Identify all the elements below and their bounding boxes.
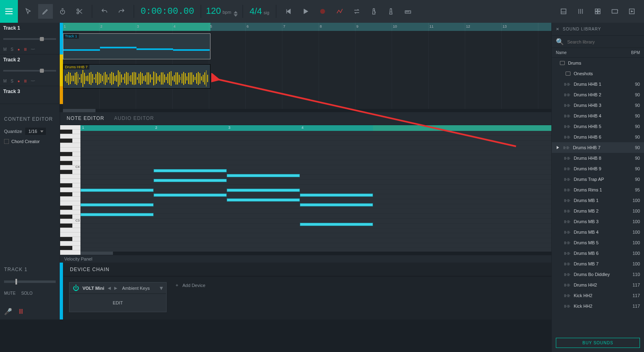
library-item[interactable]: ⊪⊪Drums MB 5100 (552, 237, 644, 248)
midi-channel-icon[interactable]: Ⅲ (24, 47, 27, 52)
midi-note[interactable] (154, 179, 227, 182)
pencil-tool[interactable] (38, 4, 53, 19)
preset-next-icon[interactable]: ▶ (114, 286, 117, 290)
countdown-button[interactable] (384, 4, 398, 19)
pan-slider[interactable] (4, 280, 56, 283)
library-list[interactable]: Drums Oneshots ⊪⊪Drums HHB 190⊪⊪Drums HH… (552, 58, 644, 334)
menu-button[interactable] (0, 0, 18, 23)
midi-note[interactable] (154, 193, 227, 197)
skip-start-button[interactable] (281, 4, 296, 19)
tab-note-editor[interactable]: NOTE EDITOR (67, 115, 104, 121)
midi-note[interactable] (227, 189, 300, 192)
scissors-tool[interactable] (72, 4, 87, 19)
solo-button[interactable]: S (11, 47, 13, 52)
piano-keyboard[interactable]: C4C3 (60, 125, 80, 255)
chevron-down-icon[interactable]: ▾ (160, 284, 163, 292)
library-item[interactable]: ⊪⊪Drums HHB 790 (552, 142, 644, 153)
midi-note[interactable] (80, 213, 154, 216)
device-edit-button[interactable]: EDIT (69, 294, 166, 312)
record-button[interactable] (315, 4, 330, 19)
record-arm-icon[interactable]: 🎤 (4, 308, 12, 315)
library-item[interactable]: ⊪⊪Drums Trap AP90 (552, 174, 644, 185)
power-icon[interactable]: ⏻ (73, 285, 79, 292)
library-item[interactable]: ⊪⊪Drums HHB 290 (552, 89, 644, 100)
pointer-tool[interactable] (21, 4, 36, 19)
automation-icon[interactable] (332, 4, 347, 19)
automation-icon[interactable]: 〰 (31, 47, 35, 52)
library-item[interactable]: ⊪⊪Drums MB 3100 (552, 216, 644, 227)
arm-record-icon[interactable]: ● (17, 79, 20, 83)
midi-channel-icon[interactable]: Ⅲ (24, 79, 27, 83)
midi-note[interactable] (80, 189, 154, 192)
column-name[interactable]: Name (556, 50, 567, 55)
library-item[interactable]: ⊪⊪Drums HHB 390 (552, 100, 644, 111)
close-library-icon[interactable]: ✕ (556, 27, 559, 31)
library-item[interactable]: ⊪⊪Kick HH2117 (552, 290, 644, 301)
library-item[interactable]: ⊪⊪Drums HHB 590 (552, 121, 644, 132)
midi-clip[interactable]: Track 1 (63, 33, 210, 59)
grid-icon[interactable] (590, 4, 605, 19)
undo-button[interactable] (97, 4, 112, 19)
mixer-icon[interactable] (573, 4, 588, 19)
tab-audio-editor[interactable]: AUDIO EDITOR (114, 115, 154, 121)
library-item[interactable]: ⊪⊪Drums Bo Diddley110 (552, 269, 644, 280)
library-item[interactable]: ⊪⊪Drums HH2117 (552, 280, 644, 290)
stopwatch-tool[interactable] (55, 4, 70, 19)
library-search-input[interactable] (567, 39, 640, 44)
mute-button[interactable]: MUTE (4, 291, 15, 296)
midi-keyboard-button[interactable] (401, 4, 415, 19)
midi-note[interactable] (227, 174, 300, 177)
midi-note[interactable] (80, 203, 154, 206)
automation-icon[interactable]: 〰 (31, 79, 35, 83)
track-header-2[interactable]: Track 2 M S ● Ⅲ 〰 (0, 54, 59, 86)
add-device-button[interactable]: ＋ Add Device (175, 282, 205, 288)
mute-button[interactable]: M (3, 79, 7, 83)
midi-note[interactable] (227, 198, 300, 202)
bpm-spinner[interactable] (234, 11, 238, 17)
play-button[interactable] (298, 4, 313, 19)
track-volume-slider[interactable] (3, 38, 56, 40)
arm-record-icon[interactable]: ● (17, 47, 20, 52)
library-item[interactable]: ⊪⊪Kick HH2117 (552, 301, 644, 311)
view-layout-icon[interactable] (556, 4, 571, 19)
preset-prev-icon[interactable]: ◀ (108, 286, 111, 290)
library-item[interactable]: ⊪⊪Drums MB 6100 (552, 248, 644, 259)
library-item[interactable]: ⊪⊪Drums Rims 195 (552, 185, 644, 195)
buy-sounds-button[interactable]: BUY SOUNDS (556, 338, 640, 348)
redo-button[interactable] (114, 4, 129, 19)
library-item[interactable]: ⊪⊪Drums HHB 690 (552, 132, 644, 142)
library-item[interactable]: ⊪⊪Drums HHB 490 (552, 111, 644, 121)
library-item[interactable]: ⊪⊪Drums HHB 190 (552, 79, 644, 89)
midi-note[interactable] (300, 223, 373, 226)
mute-button[interactable]: M (3, 47, 7, 52)
solo-button[interactable]: S (11, 79, 13, 83)
audio-clip[interactable]: Drums HHB 7 (63, 64, 210, 89)
chord-creator-checkbox[interactable] (4, 139, 9, 144)
time-display[interactable]: 0:00:00.00 (136, 7, 199, 17)
library-item[interactable]: ⊪⊪Drums MB 1100 (552, 195, 644, 206)
track-header-1[interactable]: Track 1 M S ● Ⅲ 〰 (0, 23, 59, 54)
bpm-display[interactable]: 120 bpm (203, 6, 241, 17)
track-volume-slider[interactable] (3, 70, 56, 72)
metronome-button[interactable] (366, 4, 381, 19)
library-item[interactable]: ⊪⊪Drums MB 7100 (552, 259, 644, 269)
midi-note[interactable] (300, 203, 373, 206)
library-item[interactable]: ⊪⊪Drums HHB 890 (552, 153, 644, 163)
timesig-display[interactable]: 4/4 sig (245, 6, 274, 17)
library-folder[interactable]: Drums (552, 58, 644, 68)
library-item[interactable]: ⊪⊪Drums HHB 990 (552, 163, 644, 174)
library-folder[interactable]: Oneshots (552, 68, 644, 79)
library-toggle-icon[interactable] (624, 4, 639, 19)
midi-note[interactable] (300, 193, 373, 197)
column-bpm[interactable]: BPM (631, 50, 640, 55)
midi-input-icon[interactable]: Ⅲ (19, 308, 23, 315)
solo-button[interactable]: SOLO (21, 291, 33, 296)
midi-note[interactable] (154, 169, 227, 172)
device-chain-tab[interactable]: DEVICE CHAIN (70, 267, 109, 272)
device-instrument[interactable]: ⏻ VOLT Mini ◀ ▶ Ambient Keys ▾ EDIT (69, 282, 167, 312)
library-item[interactable]: ⊪⊪Drums MB 4100 (552, 227, 644, 237)
track-header-3[interactable]: Track 3 (0, 86, 59, 104)
settings-icon[interactable] (607, 4, 622, 19)
library-item[interactable]: ⊪⊪Drums MB 2100 (552, 206, 644, 216)
quantize-select[interactable]: 1/16 (25, 128, 46, 135)
